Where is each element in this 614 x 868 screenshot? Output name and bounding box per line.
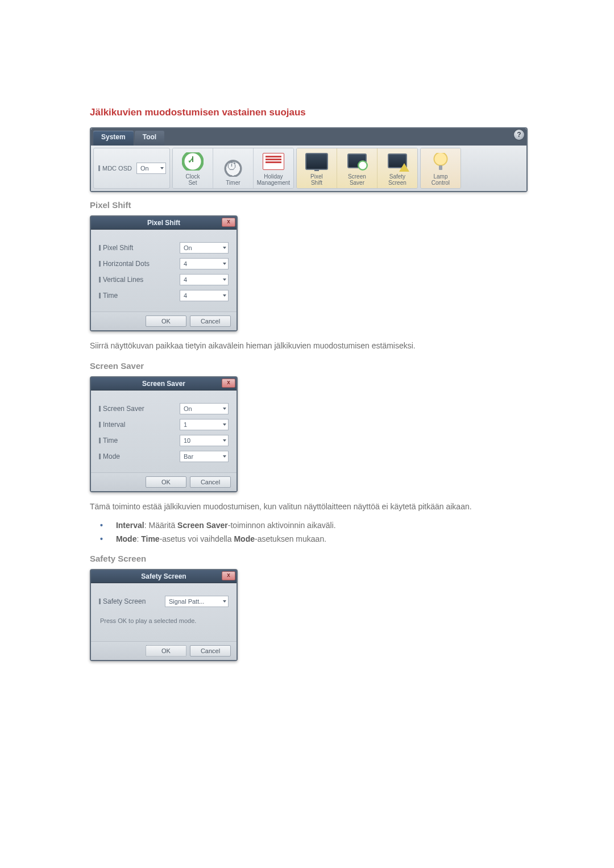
pixel-shift-dialog: Pixel Shift x Pixel Shift On Horizontal … — [90, 215, 238, 331]
monitor-refresh-icon — [346, 152, 368, 171]
time-combo[interactable]: 10 — [180, 435, 229, 446]
dialog-title: Safety Screen x — [91, 570, 237, 583]
field-row: Pixel Shift On — [99, 242, 229, 254]
toolbar-group-lamp: LampControl — [420, 148, 461, 189]
field-label: Pixel Shift — [103, 244, 133, 252]
field-label: Time — [103, 437, 118, 445]
toolbar-btn-label: SafetyScreen — [388, 173, 406, 186]
section-heading: Jälkikuvien muodostumisen vastainen suoj… — [90, 107, 536, 118]
close-icon[interactable]: x — [222, 218, 235, 227]
toolbar-group-screen: PixelShift ScreenSaver SafetyScreen — [296, 148, 418, 189]
toolbar-btn-label: HolidayManagement — [257, 173, 290, 186]
mdc-osd-group: MDC OSD On — [93, 148, 170, 189]
toolbar-btn-safety-screen[interactable]: SafetyScreen — [377, 148, 417, 188]
dialog-message: Press OK to play a selected mode. — [99, 612, 229, 636]
safety-screen-combo[interactable]: Signal Patt... — [165, 596, 229, 607]
tab-system[interactable]: System — [93, 131, 134, 146]
field-label: Horizontal Dots — [103, 260, 150, 268]
pixel-shift-descr: Siirrä näyttökuvan paikkaa tietyin aikav… — [90, 339, 536, 353]
field-row: Mode Bar — [99, 451, 229, 462]
screen-saver-combo[interactable]: On — [180, 403, 229, 414]
safety-screen-dialog: Safety Screen x Safety Screen Signal Pat… — [90, 569, 238, 661]
field-label: Time — [103, 292, 118, 300]
toolbar-btn-screen-saver[interactable]: ScreenSaver — [337, 148, 377, 188]
help-icon[interactable]: ? — [514, 130, 524, 140]
toolbar-btn-label: PixelShift — [310, 173, 323, 186]
vertical-lines-combo[interactable]: 4 — [180, 274, 229, 285]
toolbar-group-time: ClockSet Timer HolidayManagement — [172, 148, 294, 189]
toolbar-btn-holiday-management[interactable]: HolidayManagement — [254, 148, 293, 188]
field-row: Safety Screen Signal Patt... — [99, 596, 229, 607]
toolbar-btn-lamp-control[interactable]: LampControl — [421, 148, 460, 188]
field-row: Time 10 — [99, 435, 229, 446]
tool-toolbar: System Tool ? MDC OSD On ClockSet Timer — [90, 127, 528, 192]
field-row: Screen Saver On — [99, 403, 229, 414]
field-label: Screen Saver — [103, 405, 144, 413]
toolbar-btn-timer[interactable]: Timer — [213, 148, 254, 188]
mode-combo[interactable]: Bar — [180, 451, 229, 462]
close-icon[interactable]: x — [222, 571, 235, 580]
clock-check-icon — [182, 152, 204, 171]
field-label: Interval — [103, 421, 125, 429]
toolbar-btn-clock-set[interactable]: ClockSet — [173, 148, 213, 188]
ok-button[interactable]: OK — [146, 476, 186, 488]
toolbar-btn-label: ScreenSaver — [348, 173, 366, 186]
screen-saver-dialog: Screen Saver x Screen Saver On Interval … — [90, 376, 238, 492]
tab-tool[interactable]: Tool — [135, 131, 164, 146]
field-label: Vertical Lines — [103, 276, 143, 284]
cancel-button[interactable]: Cancel — [190, 315, 231, 327]
monitor-icon — [305, 153, 328, 170]
ok-button[interactable]: OK — [146, 315, 186, 327]
lightbulb-icon — [433, 153, 448, 170]
screen-saver-bullets: Interval: Määritä Screen Saver-toiminnon… — [100, 521, 536, 543]
stopwatch-icon — [222, 159, 244, 177]
close-icon[interactable]: x — [222, 379, 235, 388]
monitor-warning-icon — [387, 152, 408, 171]
cancel-button[interactable]: Cancel — [190, 476, 231, 488]
dialog-title: Pixel Shift x — [91, 217, 237, 230]
toolbar-btn-pixel-shift[interactable]: PixelShift — [297, 148, 337, 188]
screen-saver-descr: Tämä toiminto estää jälkikuvien muodostu… — [90, 500, 536, 514]
list-item: Interval: Määritä Screen Saver-toiminnon… — [100, 521, 536, 530]
pixel-shift-combo[interactable]: On — [180, 242, 229, 254]
field-row: Time 4 — [99, 290, 229, 301]
safety-screen-heading: Safety Screen — [90, 554, 536, 563]
interval-combo[interactable]: 1 — [180, 419, 229, 430]
toolbar-btn-label: ClockSet — [185, 173, 200, 186]
field-row: Vertical Lines 4 — [99, 274, 229, 285]
pixel-shift-heading: Pixel Shift — [90, 200, 536, 210]
mdc-osd-combo[interactable]: On — [136, 163, 166, 174]
field-label: Safety Screen — [103, 597, 146, 605]
field-row: Horizontal Dots 4 — [99, 258, 229, 269]
ok-button[interactable]: OK — [146, 645, 186, 657]
screen-saver-heading: Screen Saver — [90, 361, 536, 371]
cancel-button[interactable]: Cancel — [190, 645, 231, 657]
field-row: Interval 1 — [99, 419, 229, 430]
field-label: Mode — [103, 452, 120, 460]
horizontal-dots-combo[interactable]: 4 — [180, 258, 229, 269]
calendar-icon — [263, 153, 284, 170]
time-combo[interactable]: 4 — [180, 290, 229, 301]
list-item: Mode: Time-asetus voi vaihdella Mode-ase… — [100, 534, 536, 543]
toolbar-btn-label: Timer — [226, 180, 240, 186]
toolbar-btn-label: LampControl — [432, 173, 450, 186]
dialog-title: Screen Saver x — [91, 377, 237, 391]
mdc-osd-label: MDC OSD — [97, 165, 133, 172]
